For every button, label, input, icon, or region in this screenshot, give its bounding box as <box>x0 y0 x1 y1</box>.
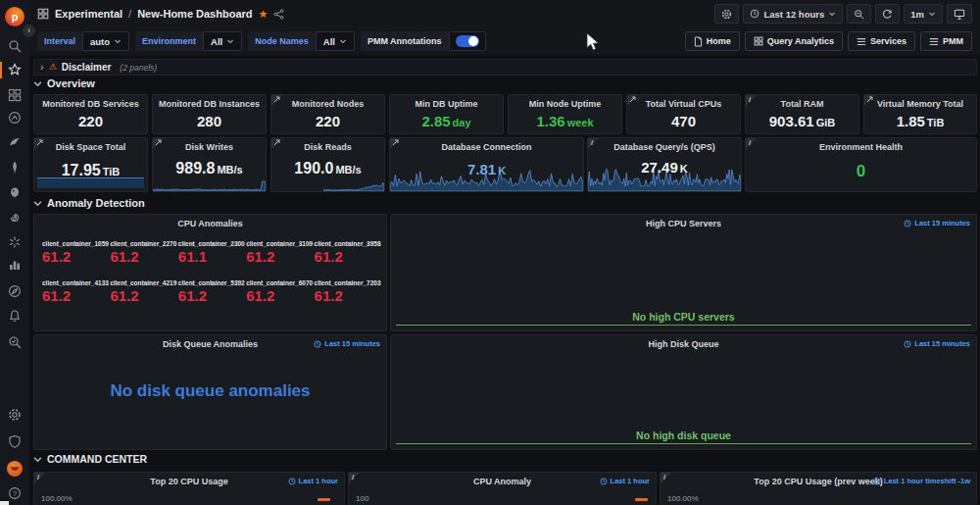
breadcrumb-folder[interactable]: Experimental <box>55 8 122 20</box>
panel-title[interactable]: Total RAM <box>746 95 858 109</box>
panel-title[interactable]: Disk Writes <box>153 138 266 152</box>
panel-info-icon[interactable] <box>745 94 758 107</box>
pmm-logo-icon[interactable]: p <box>5 7 24 26</box>
panel-time-range-link[interactable]: Last 15 minutes <box>904 339 970 348</box>
panel-title[interactable]: Total Virtual CPUs <box>627 95 740 109</box>
panel-info-icon[interactable] <box>745 137 758 150</box>
empty-state-message: No disk queue anomalies <box>34 381 386 401</box>
panel-title[interactable]: Min DB Uptime <box>390 95 503 109</box>
row-command-center[interactable]: COMMAND CENTER <box>33 453 147 465</box>
starred-icon[interactable] <box>8 63 22 76</box>
zero-line <box>396 443 971 444</box>
sidebar-expand-chevron[interactable]: › <box>23 25 35 37</box>
haproxy-icon[interactable] <box>8 235 22 249</box>
legend-color-dash <box>318 498 330 501</box>
pmm-link-button[interactable]: PMM <box>920 31 972 51</box>
anomaly-stat: client_container_421961.2 <box>110 279 177 304</box>
panel-time-range-link[interactable]: Last 15 minutes <box>314 339 380 348</box>
panel-title[interactable]: Environment Health <box>746 138 976 152</box>
help-icon[interactable]: ? <box>8 486 22 500</box>
pmm-annotations-toggle[interactable] <box>449 31 486 51</box>
panel-title[interactable]: Monitored Nodes <box>271 95 384 109</box>
refresh-button[interactable] <box>875 4 900 24</box>
row-anomaly-detection[interactable]: Anomaly Detection <box>33 197 145 209</box>
panel-link-icon[interactable] <box>270 94 283 107</box>
panel-link-icon[interactable] <box>863 94 876 107</box>
services-link-button[interactable]: Services <box>848 31 915 51</box>
panel-title[interactable]: Disk Reads <box>271 138 384 152</box>
sidebar: p ? <box>0 0 29 505</box>
zoom-out-icon <box>854 9 864 20</box>
alerting-bell-icon[interactable] <box>8 309 22 323</box>
panel-title[interactable]: Monitored DB Services <box>34 95 147 109</box>
query-analytics-icon[interactable] <box>8 258 22 272</box>
top-navbar: Experimental / New-Home Dashboard ★ Last… <box>29 0 980 27</box>
sparkline <box>323 178 384 191</box>
chevron-down-icon <box>226 37 234 45</box>
panel-title[interactable]: Monitored DB Instances <box>153 95 266 109</box>
stat-value: 470 <box>671 113 696 129</box>
stat-panel-virtual-memory-total: Virtual Memory Total 1.85TiB <box>863 94 977 134</box>
panel-link-icon[interactable] <box>270 137 283 150</box>
panel-time-range-link[interactable]: Last 1 hour <box>600 477 650 485</box>
panel-high-disk-queue: High Disk Queue Last 15 minutes No high … <box>390 334 977 450</box>
settings-gear-icon[interactable] <box>8 408 22 422</box>
panel-info-icon[interactable] <box>348 472 361 484</box>
variable-node-names-value[interactable]: All <box>316 31 355 51</box>
panel-title[interactable]: CPU Anomalies <box>34 215 386 228</box>
dashboards-icon[interactable] <box>8 88 22 102</box>
mysql-icon[interactable] <box>8 135 22 149</box>
search-icon[interactable] <box>8 39 22 53</box>
panel-cpu-anomalies: CPU Anomalies client_container_105961.2 … <box>33 214 387 331</box>
panel-link-icon[interactable] <box>33 137 46 150</box>
panel-link-icon[interactable] <box>152 137 165 150</box>
variables-toolbar: Interval auto Environment All Node Names… <box>29 27 980 55</box>
disclaimer-panel-count: (2 panels) <box>120 63 157 73</box>
panel-info-icon[interactable] <box>587 137 600 150</box>
panel-info-icon[interactable] <box>660 472 672 484</box>
panel-title[interactable]: Database Connection <box>390 138 583 152</box>
anomaly-stat: client_container_607061.2 <box>246 279 314 304</box>
time-range-picker[interactable]: Last 12 hours <box>743 4 843 24</box>
dashboard-settings-button[interactable] <box>714 4 739 24</box>
panel-time-range-link[interactable]: Last 1 hour timeshift -1w <box>873 477 970 485</box>
kiosk-mode-button[interactable] <box>947 4 972 24</box>
proxysql-icon[interactable] <box>8 211 22 225</box>
panel-link-icon[interactable] <box>389 137 402 150</box>
refresh-icon <box>882 9 893 20</box>
svg-text:?: ? <box>13 489 18 498</box>
panel-link-icon[interactable] <box>626 94 639 107</box>
stat-unit: TiB <box>103 166 121 177</box>
variable-environment-value[interactable]: All <box>203 31 242 51</box>
favorite-star-icon[interactable]: ★ <box>259 8 269 21</box>
stat-unit: week <box>567 117 594 128</box>
security-shield-icon[interactable] <box>8 434 22 448</box>
monitor-icon <box>954 9 965 20</box>
panel-title[interactable]: High CPU Servers <box>391 215 976 228</box>
mongodb-icon[interactable] <box>8 160 22 174</box>
refresh-interval-dropdown[interactable]: 1m <box>904 4 943 24</box>
postgresql-icon[interactable] <box>8 185 22 199</box>
panel-time-range-link[interactable]: Last 1 hour <box>288 477 338 485</box>
chevron-right-icon: › <box>40 62 44 73</box>
share-icon[interactable] <box>273 9 284 20</box>
panel-title[interactable]: Virtual Memory Total <box>864 95 976 109</box>
row-disclaimer[interactable]: › ⚠ Disclaimer (2 panels) <box>33 59 977 76</box>
user-avatar[interactable] <box>7 461 23 477</box>
query-analytics-link-button[interactable]: Query Analytics <box>745 31 843 51</box>
variable-interval-value[interactable]: auto <box>82 31 129 51</box>
panel-title[interactable]: Database Query/s (QPS) <box>588 138 741 152</box>
panel-title[interactable]: High Disk Queue <box>391 335 976 349</box>
breadcrumb-dashboard-title[interactable]: New-Home Dashboard <box>137 8 252 20</box>
advisors-icon[interactable] <box>8 335 22 349</box>
os-dashboards-icon[interactable] <box>8 111 22 125</box>
panel-title[interactable]: Min Node Uptime <box>509 95 621 109</box>
row-overview[interactable]: Overview <box>33 77 95 89</box>
explore-compass-icon[interactable] <box>8 284 22 298</box>
home-link-button[interactable]: Home <box>685 31 740 51</box>
zoom-out-button[interactable] <box>847 4 871 24</box>
refresh-interval-label: 1m <box>910 9 924 20</box>
panel-time-range-link[interactable]: Last 15 minutes <box>904 219 970 227</box>
panel-info-icon[interactable] <box>33 472 46 484</box>
panel-title[interactable]: Disk Space Total <box>34 138 147 152</box>
